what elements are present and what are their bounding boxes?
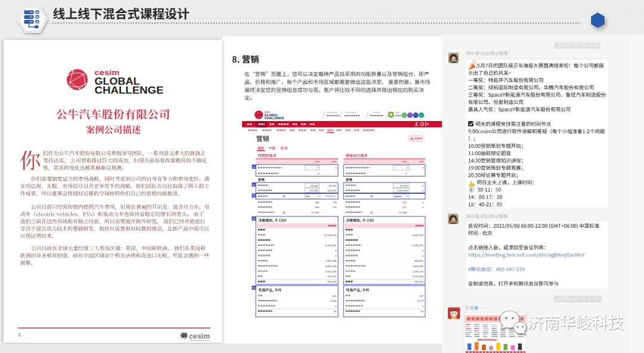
svg-text:8,562,040: 8,562,040 (325, 265, 337, 268)
svg-text:2: 2 (253, 183, 255, 187)
svg-text:400: 400 (315, 206, 320, 209)
svg-text:1,000,000: 1,000,000 (412, 275, 424, 278)
svg-text:70,734,474: 70,734,474 (324, 234, 337, 237)
svg-text:5,806,426: 5,806,426 (412, 265, 424, 268)
svg-text:1,173: 1,173 (417, 299, 424, 302)
svg-text:17,355: 17,355 (311, 211, 320, 214)
svg-text:85: 85 (334, 310, 337, 313)
svg-text:25,500: 25,500 (400, 184, 408, 187)
svg-text:CHALLENGE: CHALLENGE (265, 116, 285, 120)
svg-text:8: 8 (318, 172, 320, 175)
svg-text:CHALLENGE: CHALLENGE (95, 85, 164, 95)
svg-text:400: 400 (315, 201, 320, 204)
svg-text:317: 317 (402, 206, 407, 209)
svg-text:3: 3 (335, 166, 337, 169)
svg-text:0: 0 (335, 249, 337, 252)
svg-text:700,400: 700,400 (327, 275, 337, 278)
svg-text:5,335,125: 5,335,125 (412, 244, 424, 247)
svg-text:317: 317 (402, 201, 407, 204)
svg-text:443,951: 443,951 (414, 259, 424, 262)
svg-text:cesim: cesim (95, 68, 120, 77)
svg-text:2,441,580: 2,441,580 (325, 259, 337, 262)
svg-text:3: 3 (253, 194, 255, 197)
svg-text:700,000: 700,000 (309, 189, 318, 192)
svg-text:0: 0 (422, 206, 424, 209)
svg-text:0: 0 (422, 249, 424, 252)
svg-text:2: 2 (18, 333, 21, 337)
svg-text:0: 0 (335, 255, 337, 258)
svg-text:6,100,460: 6,100,460 (325, 244, 337, 247)
svg-text:285,075: 285,075 (414, 280, 424, 283)
svg-text:0: 0 (335, 305, 337, 308)
svg-text:5,552,195: 5,552,195 (325, 270, 337, 273)
svg-text:0: 0 (422, 305, 424, 308)
svg-text:2: 2 (405, 172, 407, 175)
svg-text:61: 61 (421, 310, 424, 313)
svg-text:1: 1 (253, 165, 255, 169)
svg-text:450: 450 (332, 295, 337, 298)
svg-text:600,000: 600,000 (327, 189, 337, 192)
svg-text:770: 770 (332, 201, 337, 204)
svg-text:0: 0 (422, 255, 424, 258)
svg-text:30,000: 30,000 (329, 184, 337, 187)
svg-text:0: 0 (422, 201, 424, 204)
svg-text:1,285,075: 1,285,075 (412, 270, 424, 273)
svg-text:770: 770 (332, 206, 337, 209)
svg-text:21,940: 21,940 (399, 211, 407, 214)
svg-text:3: 3 (422, 166, 424, 169)
svg-text:0: 0 (422, 184, 424, 187)
svg-text:8,085,575: 8,085,575 (412, 234, 424, 237)
svg-text:317: 317 (419, 295, 424, 298)
svg-text:1,640: 1,640 (330, 299, 337, 302)
svg-text:4: 4 (253, 217, 255, 221)
svg-text:352,195: 352,195 (327, 280, 337, 283)
svg-text:cesim: cesim (189, 332, 210, 340)
svg-text:5: 5 (253, 286, 255, 290)
svg-text:1,000,000: 1,000,000 (397, 189, 408, 192)
svg-text:0: 0 (422, 189, 424, 192)
svg-text:29,500: 29,500 (310, 184, 318, 187)
